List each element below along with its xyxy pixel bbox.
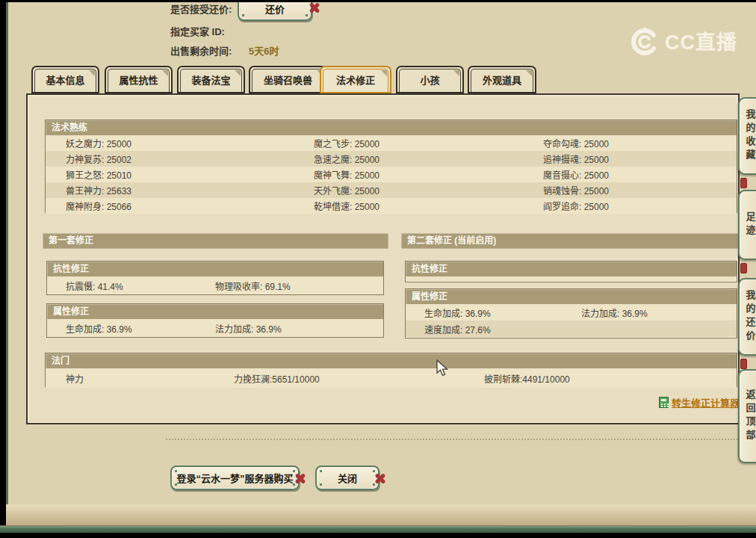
- sidebar-my-counteroffers-button[interactable]: 我的还价: [738, 278, 756, 356]
- page-bottom-frame: [6, 504, 756, 525]
- corner-dot: [306, 14, 308, 16]
- spell-proficiency-title: 法术熟练: [46, 120, 737, 135]
- tab-label: 坐骑召唤兽: [264, 72, 312, 87]
- tab-spell-correction[interactable]: 法术修正: [320, 66, 391, 93]
- tab-attributes[interactable]: 属性抗性: [105, 66, 173, 93]
- letterbox-top: [0, 0, 756, 2]
- calculator-icon: [659, 397, 669, 408]
- corner-dot: [320, 483, 322, 486]
- spell-cell: 妖之魔力: 25000: [46, 137, 294, 149]
- sale-time-value: 5天6时: [249, 43, 279, 58]
- spell-cell: 狮王之怒: 25010: [46, 168, 294, 181]
- spell-cell: 力神复苏: 25002: [46, 152, 294, 165]
- buyer-id-label: 指定买家 ID:: [170, 24, 225, 38]
- sale-time-label: 出售剩余时间:: [170, 43, 232, 58]
- close-button-label: 关闭: [338, 471, 357, 485]
- tab-label: 外观道具: [483, 72, 521, 87]
- stat-row: 生命加成: 36.9%法力加成: 36.9%: [47, 319, 383, 337]
- cc-live-logo-icon: [629, 24, 660, 57]
- stat-cell: 法力加成: 36.9%: [563, 306, 737, 319]
- spell-cell: 追神摄魂: 25000: [523, 152, 737, 165]
- ribbon-knot-icon: [374, 471, 387, 485]
- corner-dot: [242, 14, 244, 16]
- spell-cell: 魔神附身: 25066: [46, 200, 294, 212]
- correction-set2-header: 第二套修正 (当前启用): [401, 233, 737, 248]
- dotted-separator: [166, 439, 756, 440]
- corner-dot: [175, 470, 177, 472]
- page-left-border: [6, 2, 8, 504]
- spell-row: 妖之魔力: 25000魔之飞步: 25000夺命勾魂: 25000: [46, 135, 737, 151]
- side-button-label: 我的收藏: [743, 109, 756, 163]
- spell-cell: 兽王神力: 25633: [46, 184, 294, 197]
- sidebar-my-favorites-button[interactable]: 我的收藏: [738, 97, 756, 175]
- famen-cell: 力挽狂澜:5651/10000: [214, 372, 464, 385]
- sidebar-connector: [740, 359, 747, 369]
- set1-attribute-panel: 属性修正 生命加成: 36.9%法力加成: 36.9%: [46, 303, 384, 338]
- tab-child[interactable]: 小孩: [396, 66, 464, 93]
- cc-live-watermark: CC直播: [629, 24, 737, 57]
- set1-attribute-title: 属性修正: [47, 304, 383, 319]
- counteroffer-button[interactable]: 还价: [238, 0, 312, 21]
- stat-row: 速度加成: 27.6%: [406, 321, 737, 337]
- stat-row: 生命加成: 36.9%法力加成: 36.9%: [406, 304, 737, 321]
- ribbon-knot-icon: [308, 1, 321, 14]
- spell-row: 魔神附身: 25066乾坤借速: 25000阎罗追命: 25000: [46, 198, 737, 214]
- tab-label: 属性抗性: [119, 72, 158, 87]
- stat-cell: 抗震慑: 41.4%: [47, 279, 196, 292]
- stat-cell: 生命加成: 36.9%: [406, 306, 563, 319]
- side-button-label: 我的还价: [743, 290, 756, 344]
- set1-resist-panel: 抗性修正 抗震慑: 41.4%物理吸收率: 69.1%: [46, 261, 384, 295]
- set2-attribute-panel: 属性修正 生命加成: 36.9%法力加成: 36.9% 速度加成: 27.6%: [405, 288, 737, 338]
- set2-resist-title: 抗性修正: [406, 262, 737, 276]
- tab-label: 装备法宝: [191, 72, 230, 87]
- cc-live-watermark-text: CC直播: [665, 26, 737, 55]
- famen-title: 法门: [46, 353, 737, 368]
- calculator-link-label: 转生修正计算器: [672, 395, 740, 409]
- letterbox-bottom: [0, 533, 756, 538]
- tab-equipment[interactable]: 装备法宝: [177, 66, 245, 93]
- spell-cell: 魔之飞步: 25000: [294, 137, 523, 149]
- login-server-buy-label: 登录“云水一梦”服务器购买: [176, 471, 293, 485]
- stat-cell: 物理吸收率: 69.1%: [196, 279, 383, 292]
- sidebar-connector: [740, 263, 747, 273]
- mouse-cursor: [436, 359, 450, 377]
- counteroffer-button-label: 还价: [265, 1, 285, 16]
- close-button[interactable]: 关闭: [315, 466, 379, 490]
- set2-resist-panel: 抗性修正: [405, 261, 737, 282]
- page-bottom-green-band: [0, 525, 756, 533]
- spell-cell: 夺命勾魂: 25000: [523, 137, 737, 149]
- corner-dot: [175, 483, 177, 486]
- set2-attribute-title: 属性修正: [406, 289, 737, 304]
- spell-cell: 阎罗追命: 25000: [523, 200, 737, 212]
- stat-row: 抗震慑: 41.4%物理吸收率: 69.1%: [47, 276, 383, 294]
- tab-label: 小孩: [420, 72, 439, 87]
- set1-resist-title: 抗性修正: [47, 262, 383, 276]
- tab-appearance[interactable]: 外观道具: [468, 66, 536, 93]
- login-server-buy-button[interactable]: 登录“云水一梦”服务器购买: [170, 466, 300, 490]
- tab-basic-info[interactable]: 基本信息: [31, 66, 99, 93]
- tab-label: 基本信息: [46, 72, 84, 87]
- side-button-label: 足迹: [743, 211, 756, 238]
- spell-cell: 天外飞魔: 25000: [294, 184, 523, 197]
- accept-counteroffer-label: 是否接受还价:: [170, 1, 232, 16]
- sidebar-footprints-button[interactable]: 足迹: [738, 190, 756, 260]
- spell-row: 力神复苏: 25002急速之魔: 25000追神摄魂: 25000: [46, 151, 737, 167]
- spell-cell: 魔音摄心: 25000: [523, 168, 737, 181]
- tab-mount-pet[interactable]: 坐骑召唤兽: [249, 66, 327, 93]
- spell-cell: 乾坤借速: 25000: [294, 200, 523, 212]
- famen-panel: 法门 神力力挽狂澜:5651/10000披荆斩棘:4491/10000: [45, 353, 737, 387]
- rebirth-calculator-link[interactable]: 转生修正计算器: [659, 395, 740, 409]
- tab-label: 法术修正: [336, 72, 375, 87]
- stat-cell: 法力加成: 36.9%: [196, 322, 383, 335]
- spell-cell: 急速之魔: 25000: [294, 152, 523, 165]
- famen-row: 神力力挽狂澜:5651/10000披荆斩棘:4491/10000: [46, 368, 737, 388]
- spell-cell: 魔神飞舞: 25000: [294, 168, 523, 181]
- ribbon-knot-icon: [294, 471, 307, 485]
- corner-dot: [320, 470, 322, 472]
- stat-cell: 生命加成: 36.9%: [47, 322, 196, 335]
- spell-proficiency-panel: 法术熟练 妖之魔力: 25000魔之飞步: 25000夺命勾魂: 25000 力…: [45, 120, 737, 213]
- spell-row: 狮王之怒: 25010魔神飞舞: 25000魔音摄心: 25000: [46, 167, 737, 182]
- sidebar-back-to-top-button[interactable]: 返回顶部: [738, 369, 756, 463]
- sidebar-connector: [740, 178, 747, 188]
- famen-cell: 神力: [46, 372, 214, 385]
